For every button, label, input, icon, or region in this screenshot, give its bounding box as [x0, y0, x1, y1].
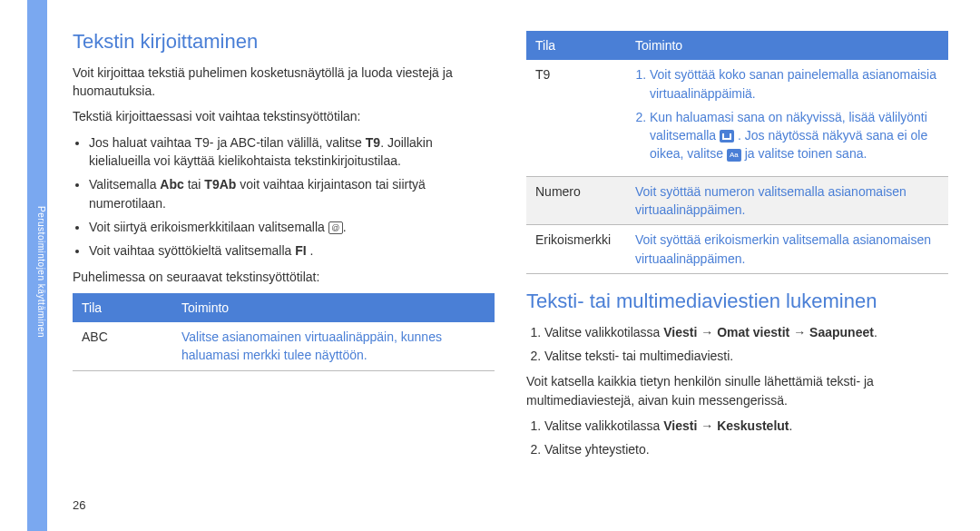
t9-step-2: Kun haluamasi sana on näkyvissä, lisää v… [650, 108, 939, 163]
func-t9: Voit syöttää koko sanan painelemalla asi… [626, 60, 948, 176]
left-column: Tekstin kirjoittaminen Voit kirjoittaa t… [73, 27, 495, 467]
conversation-paragraph: Voit katsella kaikkia tietyn henkilön si… [526, 372, 948, 409]
step-open-conversations: Valitse valikkotilassa Viesti → Keskuste… [544, 417, 948, 435]
heading-read-messages: Teksti- tai multimediaviestien lukeminen [526, 287, 948, 316]
mode-t9: T9 [526, 60, 626, 176]
t9-step-1: Voit syöttää koko sanan painelemalla asi… [650, 65, 939, 103]
step-open-inbox: Valitse valikkotilassa Viesti → Omat vie… [544, 323, 948, 341]
step-select-contact: Valitse yhteystieto. [544, 440, 948, 458]
page-number: 26 [73, 497, 85, 515]
th-toiminto: Toiminto [172, 293, 495, 322]
modes-intro: Puhelimessa on seuraavat tekstinsyöttöti… [73, 268, 495, 286]
table-row: Erikoismerkki Voit syöttää erikoismerkin… [526, 225, 948, 274]
table-row: ABC Valitse asianomainen virtuaalinäppäi… [73, 322, 495, 370]
func-erikoismerkki: Voit syöttää erikoismerkin valitsemalla … [626, 225, 948, 274]
heading-text-entry: Tekstin kirjoittaminen [73, 27, 495, 56]
read-steps-list-2: Valitse valikkotilassa Viesti → Keskuste… [526, 417, 948, 459]
table-row: Numero Voit syöttää numeron valitsemalla… [526, 176, 948, 225]
step-select-message: Valitse teksti- tai multimediaviesti. [544, 347, 948, 365]
bullet-special-mode: Voit siirtyä erikoismerkkitilaan valitse… [89, 218, 495, 236]
bullet-language: Voit vaihtaa syöttökieltä valitsemalla F… [89, 241, 495, 260]
symbol-mode-icon: @ [328, 221, 343, 234]
func-abc: Valitse asianomainen virtuaalinäppäin, k… [172, 322, 495, 370]
mode-abc: ABC [73, 322, 172, 370]
mode-erikoismerkki: Erikoismerkki [526, 225, 626, 274]
right-column: Tila Toiminto T9 Voit syöttää koko sanan… [526, 27, 948, 467]
th-tila: Tila [526, 31, 626, 60]
bullet-t9-abc: Jos haluat vaihtaa T9- ja ABC-tilan väli… [89, 133, 495, 171]
th-toiminto: Toiminto [626, 31, 948, 60]
func-numero: Voit syöttää numeron valitsemalla asiano… [626, 176, 948, 225]
switch-mode-paragraph: Tekstiä kirjoittaessasi voit vaihtaa tek… [73, 107, 495, 125]
intro-paragraph: Voit kirjoittaa tekstiä puhelimen kosket… [73, 64, 495, 101]
th-tila: Tila [73, 293, 172, 322]
side-section-label: Perustoimintojen käyttäminen [29, 182, 47, 363]
table-header-row: Tila Toiminto [73, 293, 495, 322]
mode-bullet-list: Jos haluat vaihtaa T9- ja ABC-tilan väli… [73, 133, 495, 261]
aa-key-icon [727, 149, 741, 162]
bullet-abc-t9ab: Valitsemalla Abc tai T9Ab voit vaihtaa k… [89, 175, 495, 212]
table-row: T9 Voit syöttää koko sanan painelemalla … [526, 60, 948, 176]
table-header-row: Tila Toiminto [526, 31, 948, 60]
mode-numero: Numero [526, 176, 626, 225]
space-key-icon [720, 130, 734, 143]
input-modes-table-right: Tila Toiminto T9 Voit syöttää koko sanan… [526, 31, 948, 274]
input-modes-table-left: Tila Toiminto ABC Valitse asianomainen v… [73, 293, 495, 371]
page-content: Tekstin kirjoittaminen Voit kirjoittaa t… [73, 27, 953, 467]
read-steps-list-1: Valitse valikkotilassa Viesti → Omat vie… [526, 323, 948, 366]
